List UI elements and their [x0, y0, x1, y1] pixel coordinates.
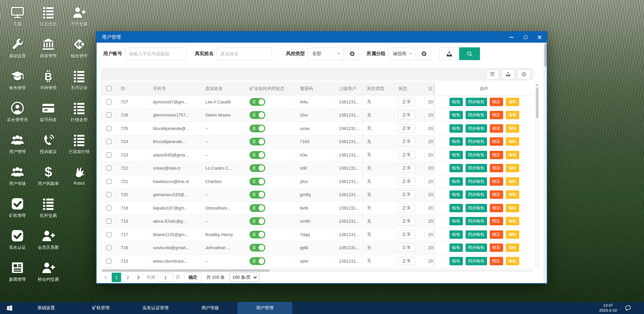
sync-wallet-button[interactable]: 同步钱包	[466, 124, 487, 133]
wallet-button[interactable]: 钱包	[449, 177, 463, 186]
lock-button[interactable]: 锁定	[490, 230, 503, 239]
desktop-icon[interactable]: Robot	[64, 162, 95, 193]
desktop-icon[interactable]: 提币列表	[33, 98, 64, 130]
minimize-button[interactable]	[504, 32, 519, 43]
page-size-select[interactable]: 100 条/页	[229, 273, 259, 282]
wallet-button[interactable]: 钱包	[449, 204, 463, 212]
risk-type-settings-button[interactable]	[346, 48, 359, 60]
maximize-button[interactable]	[519, 32, 533, 43]
lock-button[interactable]: 锁定	[490, 164, 503, 172]
desktop-icon[interactable]: 实名认证	[2, 225, 33, 257]
wallet-button[interactable]: 钱包	[449, 151, 463, 159]
edit-button[interactable]: 编辑	[506, 98, 519, 106]
account-input[interactable]	[125, 48, 186, 60]
desktop-icon[interactable]: 秒合约交易	[33, 257, 64, 289]
group-select[interactable]: 诚信商家	[388, 48, 415, 60]
desktop-icon[interactable]: 基础设置	[2, 34, 33, 66]
sync-wallet-button[interactable]: 同步钱包	[466, 217, 487, 225]
edit-button[interactable]: 编辑	[506, 204, 519, 212]
sync-wallet-button[interactable]: 同步钱包	[466, 164, 487, 172]
risk-type-select[interactable]: 全部	[308, 48, 343, 60]
window-scroll-thumb[interactable]	[544, 44, 547, 66]
desktop-icon[interactable]: 币币交易	[64, 2, 95, 34]
mining-toggle[interactable]: 是	[250, 191, 265, 198]
edit-button[interactable]: 编辑	[506, 124, 519, 133]
row-checkbox[interactable]	[106, 245, 111, 250]
taskbar-item[interactable]: 矿机管理	[73, 302, 128, 314]
sync-wallet-button[interactable]: 同步钱包	[466, 257, 487, 265]
row-checkbox[interactable]	[106, 99, 111, 104]
sync-wallet-button[interactable]: 同步钱包	[466, 204, 487, 212]
lock-button[interactable]: 锁定	[490, 190, 503, 199]
edit-button[interactable]: 编辑	[506, 190, 519, 199]
mining-toggle[interactable]: 是	[250, 164, 265, 172]
edit-button[interactable]: 编辑	[506, 243, 519, 252]
desktop-icon[interactable]: 主题	[2, 2, 33, 34]
desktop-icon[interactable]: 矿机管理	[2, 193, 33, 225]
desktop-icon[interactable]: 杠杆交易	[33, 193, 64, 225]
wallet-button[interactable]: 钱包	[449, 124, 463, 133]
desktop-icon[interactable]: 用户等级	[2, 162, 33, 193]
wallet-button[interactable]: 钱包	[449, 164, 463, 172]
wallet-button[interactable]: 钱包	[449, 111, 463, 119]
desktop-icon[interactable]: 用户风险率	[33, 162, 64, 193]
export-button[interactable]	[439, 47, 459, 60]
taskbar-item[interactable]: 基础设置	[19, 302, 73, 314]
sync-wallet-button[interactable]: 同步钱包	[466, 98, 487, 106]
select-all-checkbox[interactable]	[106, 86, 111, 91]
mining-toggle[interactable]: 是	[250, 231, 265, 238]
wallet-button[interactable]: 钱包	[449, 243, 463, 252]
row-checkbox[interactable]	[106, 126, 111, 131]
prev-page-button[interactable]	[102, 273, 111, 282]
desktop-icon[interactable]: 用户管理	[2, 130, 33, 162]
mining-toggle[interactable]: 是	[250, 151, 265, 159]
goto-page-input[interactable]	[158, 273, 173, 282]
group-settings-button[interactable]	[418, 48, 430, 60]
mining-toggle[interactable]: 是	[250, 204, 265, 212]
next-page-button[interactable]	[133, 273, 142, 282]
edit-button[interactable]: 编辑	[506, 137, 519, 146]
sync-wallet-button[interactable]: 同步钱包	[466, 177, 487, 186]
sync-wallet-button[interactable]: 同步钱包	[466, 151, 487, 159]
lock-button[interactable]: 锁定	[490, 257, 503, 265]
taskbar-item[interactable]: 实名认证管理	[128, 302, 183, 314]
confirm-button[interactable]: 确定	[184, 272, 202, 282]
desktop-icon[interactable]: 充币记录	[64, 66, 95, 98]
desktop-icon[interactable]: 商家管理	[33, 34, 64, 66]
mining-toggle[interactable]: 是	[250, 244, 265, 252]
print-button[interactable]	[518, 70, 530, 79]
wallet-button[interactable]: 钱包	[449, 137, 463, 146]
row-checkbox[interactable]	[106, 259, 111, 264]
row-checkbox[interactable]	[106, 232, 111, 237]
taskbar-clock[interactable]: 13:47 2023-3-10	[599, 303, 617, 313]
lock-button[interactable]: 锁定	[490, 124, 503, 133]
edit-button[interactable]: 编辑	[506, 111, 519, 119]
lock-button[interactable]: 锁定	[490, 177, 503, 186]
mining-toggle[interactable]: 是	[250, 217, 265, 225]
start-button[interactable]	[0, 302, 19, 314]
desktop-icon[interactable]: 钱包管理	[64, 34, 95, 66]
edit-button[interactable]: 编辑	[506, 177, 519, 186]
desktop-icon[interactable]: 已添加行情	[64, 130, 95, 162]
lock-button[interactable]: 锁定	[490, 204, 503, 212]
desktop-icon[interactable]: 后台管理员	[2, 98, 33, 130]
mining-toggle[interactable]: 是	[250, 178, 265, 185]
desktop-icon[interactable]: 行情走势	[64, 98, 95, 130]
window-scrollbar[interactable]	[544, 43, 547, 283]
page-1-button[interactable]: 1	[112, 273, 121, 282]
mining-toggle[interactable]: 是	[250, 138, 265, 145]
page-2-button[interactable]: 2	[123, 273, 132, 282]
row-checkbox[interactable]	[106, 139, 111, 144]
desktop-icon[interactable]: 角色管理	[2, 66, 33, 98]
taskbar-item[interactable]: 用户等级	[183, 302, 237, 314]
taskbar-item[interactable]: 用户管理	[237, 302, 292, 314]
lock-button[interactable]: 锁定	[490, 137, 503, 146]
wallet-button[interactable]: 钱包	[449, 230, 463, 239]
desktop-icon[interactable]: 会员关系图	[33, 225, 64, 257]
close-button[interactable]	[533, 32, 547, 43]
row-checkbox[interactable]	[106, 113, 111, 118]
lock-button[interactable]: 锁定	[490, 111, 503, 119]
sync-wallet-button[interactable]: 同步钱包	[466, 230, 487, 239]
edit-button[interactable]: 编辑	[506, 151, 519, 159]
wallet-button[interactable]: 钱包	[449, 98, 463, 106]
